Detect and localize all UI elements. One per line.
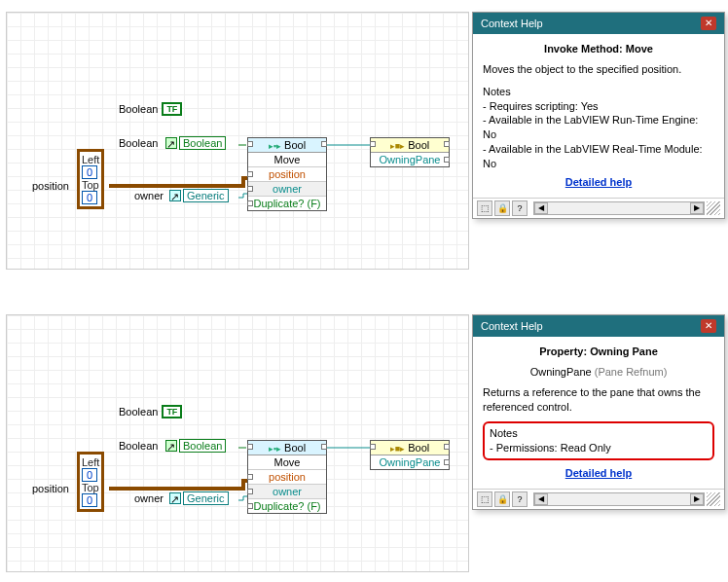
tf-box: TF: [162, 102, 182, 116]
block-diagram-1[interactable]: Boolean TF Boolean ↗ Boolean owner ↗ Gen…: [6, 12, 469, 270]
context-help-footer: ⬚ 🔒 ? ◀ ▶: [473, 198, 724, 218]
help-heading: Property: Owning Pane: [483, 345, 714, 359]
tool-button-lock-icon[interactable]: 🔒: [494, 200, 510, 216]
generic-control-ref[interactable]: ↗ Generic: [169, 491, 229, 505]
refnum-text: Boolean: [179, 439, 226, 453]
property-node[interactable]: ▸■▸ Bool OwningPane: [370, 440, 450, 470]
invoke-param-position[interactable]: position: [248, 470, 326, 485]
invoke-method[interactable]: Move: [248, 455, 326, 470]
property-header: ▸■▸ Bool: [371, 138, 449, 153]
tool-button-help-icon[interactable]: ?: [512, 491, 528, 507]
refnum-icon: ↗: [165, 440, 177, 452]
refnum-icon: ↗: [165, 137, 177, 149]
boolean-label: Boolean: [119, 406, 158, 418]
position-cluster[interactable]: Left 0 Top 0: [77, 149, 104, 209]
boolean-indicator: Boolean TF: [119, 405, 182, 418]
invoke-param-owner[interactable]: owner: [248, 182, 326, 197]
help-heading: Invoke Method: Move: [483, 42, 714, 56]
detailed-help-link[interactable]: Detailed help: [483, 175, 714, 190]
block-diagram-2[interactable]: Boolean TF Boolean ↗ Boolean owner ↗ Gen…: [6, 314, 469, 572]
refnum-text: Generic: [183, 491, 229, 505]
note-line: - Available in the LabVIEW Real-Time Mod…: [483, 142, 714, 171]
close-button[interactable]: ✕: [701, 319, 716, 333]
boolean-label: Boolean: [119, 103, 158, 115]
context-help-titlebar[interactable]: Context Help ✕: [473, 13, 724, 34]
tf-box: TF: [162, 405, 182, 418]
notes-label: Notes: [483, 85, 714, 99]
note-line: - Available in the LabVIEW Run-Time Engi…: [483, 113, 714, 142]
position-label: position: [32, 180, 69, 192]
context-help-body: Property: Owning Pane OwningPane (Pane R…: [473, 337, 724, 489]
tool-button-simple-icon[interactable]: ⬚: [477, 200, 492, 216]
context-help-footer: ⬚ 🔒 ? ◀ ▶: [473, 489, 724, 509]
resize-grip-icon[interactable]: [707, 201, 720, 215]
invoke-header: ▸▪▸ Bool: [248, 441, 326, 455]
close-button[interactable]: ✕: [701, 17, 716, 30]
property-node[interactable]: ▸■▸ Bool OwningPane: [370, 137, 450, 167]
help-type: OwningPane (Pane Refnum): [483, 365, 714, 380]
note-line: - Requires scripting: Yes: [483, 99, 714, 114]
scroll-right-icon[interactable]: ▶: [690, 493, 704, 505]
boolean-ref-label: Boolean: [119, 440, 158, 452]
left-value[interactable]: 0: [82, 468, 97, 482]
context-help-title: Context Help: [481, 18, 543, 29]
invoke-duplicate[interactable]: Duplicate? (F): [248, 499, 326, 513]
owner-label: owner: [134, 190, 164, 201]
notes-label: Notes: [490, 426, 708, 441]
top-value[interactable]: 0: [82, 493, 97, 507]
tool-button-simple-icon[interactable]: ⬚: [477, 491, 492, 507]
position-label: position: [32, 483, 69, 494]
left-label: Left: [82, 456, 99, 468]
refnum-text: Generic: [183, 189, 229, 202]
invoke-method[interactable]: Move: [248, 153, 326, 167]
owner-label: owner: [134, 492, 164, 504]
position-cluster[interactable]: Left 0 Top 0: [77, 452, 104, 512]
tool-button-lock-icon[interactable]: 🔒: [494, 491, 510, 507]
invoke-param-owner[interactable]: owner: [248, 485, 326, 499]
invoke-node[interactable]: ▸▪▸ Bool Move position owner Duplicate? …: [247, 137, 327, 211]
boolean-control-ref[interactable]: ↗ Boolean: [165, 439, 226, 453]
scrollbar[interactable]: ◀ ▶: [533, 492, 705, 506]
top-value[interactable]: 0: [82, 191, 97, 204]
refnum-text: Boolean: [179, 136, 226, 150]
refnum-icon: ↗: [169, 492, 181, 504]
scroll-left-icon[interactable]: ◀: [534, 493, 548, 505]
invoke-node[interactable]: ▸▪▸ Bool Move position owner Duplicate? …: [247, 440, 327, 514]
top-label: Top: [82, 179, 99, 191]
property-item[interactable]: OwningPane: [371, 153, 449, 166]
invoke-param-position[interactable]: position: [248, 167, 326, 182]
note-line: - Permissions: Read Only: [490, 441, 708, 455]
property-item[interactable]: OwningPane: [371, 455, 449, 469]
tool-button-help-icon[interactable]: ?: [512, 200, 528, 216]
help-notes-highlighted: Notes - Permissions: Read Only: [483, 421, 714, 460]
help-desc: Returns a reference to the pane that own…: [483, 385, 714, 415]
boolean-control-ref[interactable]: ↗ Boolean: [165, 136, 226, 150]
property-header: ▸■▸ Bool: [371, 441, 449, 455]
help-notes: Notes - Requires scripting: Yes - Availa…: [483, 85, 714, 171]
refnum-icon: ↗: [169, 190, 181, 201]
left-label: Left: [82, 154, 99, 165]
context-help-body: Invoke Method: Move Moves the object to …: [473, 34, 724, 198]
invoke-header: ▸▪▸ Bool: [248, 138, 326, 153]
help-desc: Moves the object to the specified positi…: [483, 62, 714, 77]
left-value[interactable]: 0: [82, 165, 97, 179]
context-help-1[interactable]: Context Help ✕ Invoke Method: Move Moves…: [472, 12, 725, 219]
scroll-left-icon[interactable]: ◀: [534, 202, 548, 214]
scroll-right-icon[interactable]: ▶: [690, 202, 704, 214]
scrollbar[interactable]: ◀ ▶: [533, 201, 705, 215]
boolean-indicator: Boolean TF: [119, 102, 182, 116]
resize-grip-icon[interactable]: [707, 492, 720, 506]
context-help-title: Context Help: [481, 320, 543, 332]
boolean-ref-label: Boolean: [119, 137, 158, 149]
detailed-help-link[interactable]: Detailed help: [483, 466, 714, 481]
top-label: Top: [82, 482, 99, 493]
context-help-2[interactable]: Context Help ✕ Property: Owning Pane Own…: [472, 314, 725, 510]
context-help-titlebar[interactable]: Context Help ✕: [473, 315, 724, 337]
invoke-duplicate[interactable]: Duplicate? (F): [248, 197, 326, 210]
generic-control-ref[interactable]: ↗ Generic: [169, 189, 229, 202]
